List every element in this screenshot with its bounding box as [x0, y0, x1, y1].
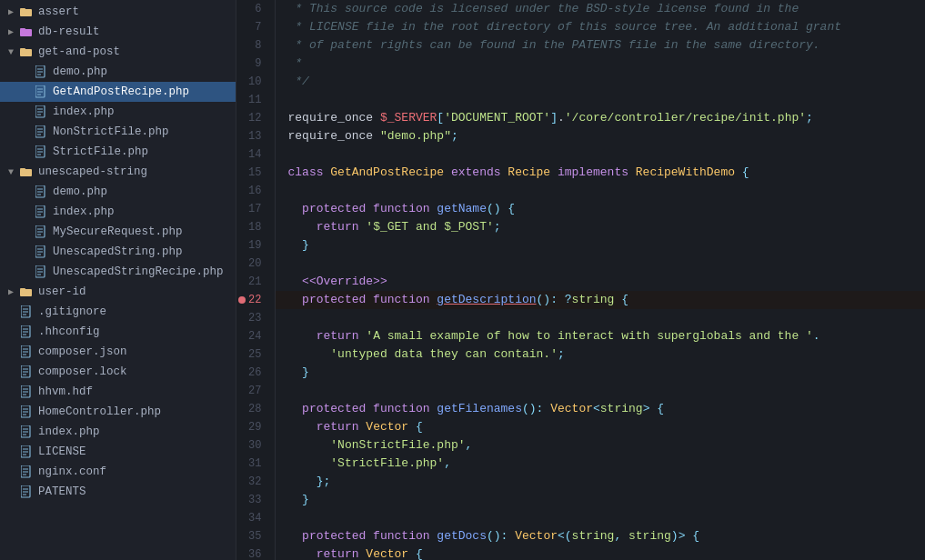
sidebar-label-NonStrictFile.php: NonStrictFile.php	[53, 125, 236, 138]
sidebar-item-NonStrictFile.php[interactable]: NonStrictFile.php	[0, 122, 236, 142]
sidebar-item-db-result[interactable]: ▶db-result	[0, 22, 236, 42]
line-23: 23	[236, 309, 275, 327]
line-26: 26	[236, 364, 275, 382]
sidebar-item-unescaped-string[interactable]: ▼unescaped-string	[0, 162, 236, 182]
sidebar-item-demo.php-1[interactable]: demo.php	[0, 62, 236, 82]
sidebar-item-nginx.conf[interactable]: nginx.conf	[0, 462, 236, 482]
folder-icon	[18, 45, 35, 58]
tree-arrow-db-result: ▶	[4, 26, 18, 37]
line-9: 9	[236, 55, 275, 73]
line-32-content: };	[275, 473, 925, 491]
sidebar-label-LICENSE: LICENSE	[38, 445, 236, 458]
line-9-content: *	[275, 55, 925, 73]
file-icon	[18, 325, 35, 338]
line-20: 20	[236, 255, 275, 273]
sidebar-label-db-result: db-result	[38, 25, 236, 38]
sidebar-item-StrictFile.php[interactable]: StrictFile.php	[0, 142, 236, 162]
file-icon	[33, 85, 49, 98]
line-25-content: 'untyped data they can contain.';	[275, 345, 925, 364]
sidebar-label-index.php-1: index.php	[53, 105, 236, 118]
folder-icon	[18, 25, 35, 38]
sidebar-label-demo.php-1: demo.php	[53, 65, 236, 78]
line-31: 31	[236, 455, 275, 473]
svg-rect-3	[20, 29, 32, 36]
line-19-content: }	[275, 236, 925, 255]
sidebar-item-composer.lock[interactable]: composer.lock	[0, 362, 236, 382]
sidebar-label-composer.lock: composer.lock	[38, 365, 236, 378]
line-28: 28	[236, 400, 275, 418]
sidebar-item-MySecureRequest.php[interactable]: MySecureRequest.php	[0, 222, 236, 242]
file-icon	[33, 205, 49, 218]
file-icon	[33, 185, 49, 198]
sidebar-item-user-id[interactable]: ▶user-id	[0, 282, 236, 302]
sidebar-item-PATENTS[interactable]: PATENTS	[0, 482, 236, 502]
line-35-content: protected function getDocs(): Vector<(st…	[275, 527, 925, 545]
code-editor: 6 * This source code is licensed under t…	[236, 0, 925, 560]
sidebar-label-assert: assert	[38, 5, 236, 18]
sidebar-item-hhvm.hdf[interactable]: hhvm.hdf	[0, 382, 236, 402]
line-10: 10	[236, 73, 275, 91]
line-12: 12	[236, 109, 275, 127]
sidebar-item-GetAndPostRecipe.php[interactable]: GetAndPostRecipe.php	[0, 82, 236, 102]
file-icon	[18, 405, 35, 418]
line-8-content: * of patent rights can be found in the P…	[275, 36, 925, 55]
line-28-content: protected function getFilenames(): Vecto…	[275, 400, 925, 418]
line-14-content	[275, 145, 925, 164]
tree-arrow-user-id: ▶	[4, 286, 18, 297]
sidebar-label-nginx.conf: nginx.conf	[38, 465, 236, 478]
line-8: 8	[236, 36, 275, 55]
file-icon	[33, 245, 49, 258]
sidebar-item-demo.php-2[interactable]: demo.php	[0, 182, 236, 202]
line-11: 11	[236, 91, 275, 109]
file-icon	[33, 225, 49, 238]
line-7-content: * LICENSE file in the root directory of …	[275, 18, 925, 36]
sidebar-item-index.php-3[interactable]: index.php	[0, 422, 236, 442]
line-18-content: return '$_GET and $_POST';	[275, 218, 925, 236]
sidebar-item-assert[interactable]: ▶assert	[0, 2, 236, 22]
line-17-content: protected function getName() {	[275, 200, 925, 218]
line-22: 22	[236, 291, 275, 309]
sidebar-item-LICENSE[interactable]: LICENSE	[0, 442, 236, 462]
line-33: 33	[236, 491, 275, 509]
file-tree[interactable]: ▶assert▶db-result▼get-and-postdemo.phpGe…	[0, 0, 236, 560]
line-29: 29	[236, 418, 275, 436]
sidebar-label-index.php-2: index.php	[53, 205, 236, 218]
line-12-content: require_once $_SERVER['DOCUMENT_ROOT'].'…	[275, 109, 925, 127]
sidebar-item-UnescapedStringRecipe.php[interactable]: UnescapedStringRecipe.php	[0, 262, 236, 282]
file-icon	[18, 305, 35, 318]
sidebar-label-PATENTS: PATENTS	[38, 485, 236, 498]
line-6-content: * This source code is licensed under the…	[275, 0, 925, 18]
folder-icon	[18, 285, 35, 298]
sidebar-label-demo.php-2: demo.php	[53, 185, 236, 198]
sidebar-item-get-and-post[interactable]: ▼get-and-post	[0, 42, 236, 62]
file-icon	[18, 365, 35, 378]
sidebar-label-.hhconfig: .hhconfig	[38, 325, 236, 338]
folder-icon	[18, 5, 35, 18]
line-15: 15	[236, 164, 275, 182]
tree-arrow-get-and-post: ▼	[4, 47, 18, 57]
file-icon	[33, 105, 49, 118]
line-29-content: return Vector {	[275, 418, 925, 436]
line-16: 16	[236, 182, 275, 200]
file-icon	[18, 485, 35, 498]
sidebar-item-index.php-2[interactable]: index.php	[0, 202, 236, 222]
file-icon	[18, 345, 35, 358]
line-21: 21	[236, 273, 275, 291]
line-32: 32	[236, 473, 275, 491]
file-icon	[18, 425, 35, 438]
sidebar-label-HomeController.php: HomeController.php	[38, 405, 236, 418]
file-icon	[33, 65, 49, 78]
sidebar-item-.hhconfig[interactable]: .hhconfig	[0, 322, 236, 342]
sidebar-item-UnescapedString.php[interactable]: UnescapedString.php	[0, 242, 236, 262]
line-30: 30	[236, 436, 275, 455]
sidebar-item-index.php-1[interactable]: index.php	[0, 102, 236, 122]
file-icon	[33, 265, 49, 278]
sidebar-item-composer.json[interactable]: composer.json	[0, 342, 236, 362]
error-indicator	[238, 296, 246, 304]
sidebar-label-UnescapedString.php: UnescapedString.php	[53, 245, 236, 258]
sidebar-item-HomeController.php[interactable]: HomeController.php	[0, 402, 236, 422]
line-36: 36	[236, 545, 275, 560]
line-31-content: 'StrictFile.php',	[275, 455, 925, 473]
line-27: 27	[236, 382, 275, 400]
sidebar-item-.gitignore[interactable]: .gitignore	[0, 302, 236, 322]
